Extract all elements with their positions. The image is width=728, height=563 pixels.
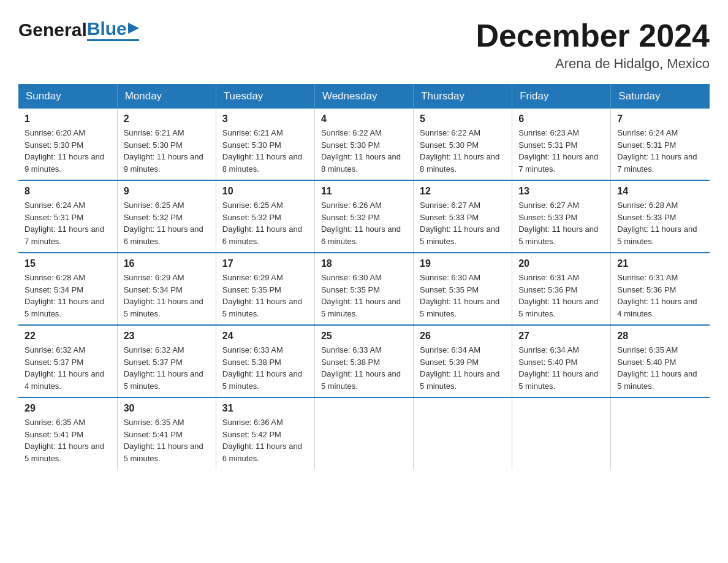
day-number: 8	[25, 186, 111, 197]
calendar-cell: 9 Sunrise: 6:25 AM Sunset: 5:32 PM Dayli…	[117, 180, 216, 253]
calendar-table: SundayMondayTuesdayWednesdayThursdayFrid…	[18, 84, 710, 469]
day-info: Sunrise: 6:28 AM Sunset: 5:34 PM Dayligh…	[25, 272, 111, 320]
calendar-cell: 12 Sunrise: 6:27 AM Sunset: 5:33 PM Dayl…	[414, 180, 512, 253]
day-number: 14	[617, 186, 703, 197]
calendar-cell: 10 Sunrise: 6:25 AM Sunset: 5:32 PM Dayl…	[216, 180, 314, 253]
day-info: Sunrise: 6:27 AM Sunset: 5:33 PM Dayligh…	[420, 199, 506, 247]
calendar-cell: 26 Sunrise: 6:34 AM Sunset: 5:39 PM Dayl…	[414, 325, 512, 397]
day-info: Sunrise: 6:33 AM Sunset: 5:38 PM Dayligh…	[222, 344, 308, 392]
calendar-cell: 30 Sunrise: 6:35 AM Sunset: 5:41 PM Dayl…	[117, 397, 216, 469]
day-number: 22	[25, 331, 111, 342]
day-info: Sunrise: 6:32 AM Sunset: 5:37 PM Dayligh…	[25, 344, 111, 392]
calendar-cell: 6 Sunrise: 6:23 AM Sunset: 5:31 PM Dayli…	[512, 109, 611, 180]
calendar-cell: 16 Sunrise: 6:29 AM Sunset: 5:34 PM Dayl…	[117, 253, 216, 325]
calendar-week-row: 1 Sunrise: 6:20 AM Sunset: 5:30 PM Dayli…	[18, 109, 710, 180]
svg-marker-0	[128, 23, 139, 34]
day-info: Sunrise: 6:29 AM Sunset: 5:35 PM Dayligh…	[222, 272, 308, 320]
day-info: Sunrise: 6:29 AM Sunset: 5:34 PM Dayligh…	[124, 272, 210, 320]
day-number: 11	[321, 186, 407, 197]
day-info: Sunrise: 6:25 AM Sunset: 5:32 PM Dayligh…	[222, 199, 308, 247]
calendar-cell: 25 Sunrise: 6:33 AM Sunset: 5:38 PM Dayl…	[314, 325, 413, 397]
day-info: Sunrise: 6:33 AM Sunset: 5:38 PM Dayligh…	[321, 344, 407, 392]
calendar-cell: 22 Sunrise: 6:32 AM Sunset: 5:37 PM Dayl…	[18, 325, 117, 397]
day-info: Sunrise: 6:27 AM Sunset: 5:33 PM Dayligh…	[518, 199, 604, 247]
day-info: Sunrise: 6:21 AM Sunset: 5:30 PM Dayligh…	[222, 127, 308, 175]
day-number: 19	[420, 258, 506, 269]
month-title: December 2024	[476, 18, 710, 53]
day-number: 16	[124, 258, 210, 269]
day-info: Sunrise: 6:24 AM Sunset: 5:31 PM Dayligh…	[25, 199, 111, 247]
day-info: Sunrise: 6:21 AM Sunset: 5:30 PM Dayligh…	[124, 127, 210, 175]
calendar-cell: 3 Sunrise: 6:21 AM Sunset: 5:30 PM Dayli…	[216, 109, 314, 180]
calendar-week-row: 22 Sunrise: 6:32 AM Sunset: 5:37 PM Dayl…	[18, 325, 710, 397]
calendar-cell: 28 Sunrise: 6:35 AM Sunset: 5:40 PM Dayl…	[611, 325, 710, 397]
day-number: 10	[222, 186, 308, 197]
day-number: 25	[321, 331, 407, 342]
calendar-day-header: Sunday	[18, 84, 117, 109]
calendar-header-row: SundayMondayTuesdayWednesdayThursdayFrid…	[18, 84, 710, 109]
page-header: General Blue December 2024 Arena de Hida…	[18, 18, 710, 72]
calendar-cell: 1 Sunrise: 6:20 AM Sunset: 5:30 PM Dayli…	[18, 109, 117, 180]
calendar-cell: 4 Sunrise: 6:22 AM Sunset: 5:30 PM Dayli…	[314, 109, 413, 180]
day-info: Sunrise: 6:34 AM Sunset: 5:39 PM Dayligh…	[420, 344, 506, 392]
day-number: 3	[222, 113, 308, 124]
calendar-cell: 17 Sunrise: 6:29 AM Sunset: 5:35 PM Dayl…	[216, 253, 314, 325]
calendar-cell: 27 Sunrise: 6:34 AM Sunset: 5:40 PM Dayl…	[512, 325, 611, 397]
calendar-cell: 21 Sunrise: 6:31 AM Sunset: 5:36 PM Dayl…	[611, 253, 710, 325]
calendar-day-header: Tuesday	[216, 84, 314, 109]
day-number: 7	[617, 113, 703, 124]
day-number: 4	[321, 113, 407, 124]
day-info: Sunrise: 6:20 AM Sunset: 5:30 PM Dayligh…	[25, 127, 111, 175]
day-number: 18	[321, 258, 407, 269]
day-info: Sunrise: 6:31 AM Sunset: 5:36 PM Dayligh…	[617, 272, 703, 320]
calendar-cell: 5 Sunrise: 6:22 AM Sunset: 5:30 PM Dayli…	[414, 109, 512, 180]
calendar-cell	[414, 397, 512, 469]
calendar-cell: 23 Sunrise: 6:32 AM Sunset: 5:37 PM Dayl…	[117, 325, 216, 397]
calendar-cell: 24 Sunrise: 6:33 AM Sunset: 5:38 PM Dayl…	[216, 325, 314, 397]
day-info: Sunrise: 6:31 AM Sunset: 5:36 PM Dayligh…	[518, 272, 604, 320]
calendar-week-row: 15 Sunrise: 6:28 AM Sunset: 5:34 PM Dayl…	[18, 253, 710, 325]
day-number: 15	[25, 258, 111, 269]
calendar-cell: 2 Sunrise: 6:21 AM Sunset: 5:30 PM Dayli…	[117, 109, 216, 180]
day-number: 28	[617, 331, 703, 342]
day-number: 21	[617, 258, 703, 269]
logo-general-text: General	[18, 20, 87, 40]
day-info: Sunrise: 6:26 AM Sunset: 5:32 PM Dayligh…	[321, 199, 407, 247]
day-number: 2	[124, 113, 210, 124]
calendar-day-header: Thursday	[414, 84, 512, 109]
day-info: Sunrise: 6:30 AM Sunset: 5:35 PM Dayligh…	[420, 272, 506, 320]
calendar-week-row: 8 Sunrise: 6:24 AM Sunset: 5:31 PM Dayli…	[18, 180, 710, 253]
day-number: 1	[25, 113, 111, 124]
day-info: Sunrise: 6:32 AM Sunset: 5:37 PM Dayligh…	[124, 344, 210, 392]
calendar-cell	[512, 397, 611, 469]
day-number: 13	[518, 186, 604, 197]
day-number: 30	[124, 403, 210, 414]
day-number: 23	[124, 331, 210, 342]
calendar-cell: 11 Sunrise: 6:26 AM Sunset: 5:32 PM Dayl…	[314, 180, 413, 253]
calendar-cell: 13 Sunrise: 6:27 AM Sunset: 5:33 PM Dayl…	[512, 180, 611, 253]
day-number: 24	[222, 331, 308, 342]
day-info: Sunrise: 6:28 AM Sunset: 5:33 PM Dayligh…	[617, 199, 703, 247]
day-number: 5	[420, 113, 506, 124]
logo-arrow-icon	[128, 23, 139, 34]
logo: General Blue	[18, 18, 139, 41]
day-info: Sunrise: 6:35 AM Sunset: 5:40 PM Dayligh…	[617, 344, 703, 392]
calendar-cell: 7 Sunrise: 6:24 AM Sunset: 5:31 PM Dayli…	[611, 109, 710, 180]
calendar-cell: 31 Sunrise: 6:36 AM Sunset: 5:42 PM Dayl…	[216, 397, 314, 469]
calendar-day-header: Friday	[512, 84, 611, 109]
day-number: 31	[222, 403, 308, 414]
location: Arena de Hidalgo, Mexico	[476, 56, 710, 72]
day-info: Sunrise: 6:36 AM Sunset: 5:42 PM Dayligh…	[222, 416, 308, 464]
logo-blue-text: Blue	[87, 18, 127, 39]
day-number: 20	[518, 258, 604, 269]
day-info: Sunrise: 6:22 AM Sunset: 5:30 PM Dayligh…	[321, 127, 407, 175]
day-number: 26	[420, 331, 506, 342]
calendar-cell: 18 Sunrise: 6:30 AM Sunset: 5:35 PM Dayl…	[314, 253, 413, 325]
day-info: Sunrise: 6:22 AM Sunset: 5:30 PM Dayligh…	[420, 127, 506, 175]
calendar-cell: 15 Sunrise: 6:28 AM Sunset: 5:34 PM Dayl…	[18, 253, 117, 325]
day-number: 12	[420, 186, 506, 197]
title-area: December 2024 Arena de Hidalgo, Mexico	[476, 18, 710, 72]
calendar-day-header: Monday	[117, 84, 216, 109]
calendar-cell: 8 Sunrise: 6:24 AM Sunset: 5:31 PM Dayli…	[18, 180, 117, 253]
day-number: 17	[222, 258, 308, 269]
